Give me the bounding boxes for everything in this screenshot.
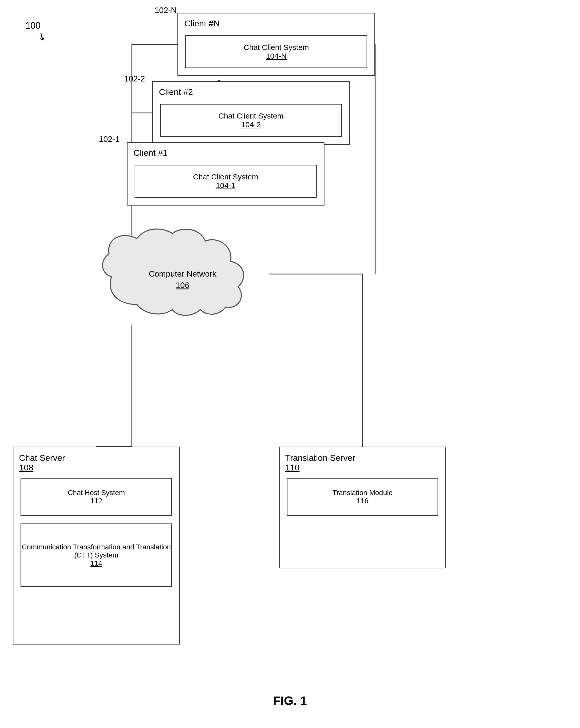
- chat-server-title: Chat Server: [19, 453, 65, 463]
- ref-label-client-1: 102-1: [99, 134, 120, 144]
- ref-label-client-2: 102-2: [124, 74, 145, 83]
- client-n-inner-box: Chat Client System 104-N: [185, 35, 367, 68]
- ctt-system-box: Communication Transformation and Transla…: [21, 523, 172, 587]
- ctt-system-label: Communication Transformation and Transla…: [21, 543, 171, 559]
- client-1-title: Client #1: [134, 148, 168, 158]
- client-2-inner-label: Chat Client System: [219, 112, 284, 120]
- client-1-inner-ref: 104-1: [216, 181, 236, 190]
- client-2-box: Client #2 Chat Client System 104-2: [152, 81, 350, 145]
- ref-100-label: 100: [25, 20, 40, 31]
- client-n-box: Client #N Chat Client System 104-N: [177, 13, 375, 76]
- translation-server-box: Translation Server 110 Translation Modul…: [279, 447, 446, 568]
- client-n-inner-label: Chat Client System: [244, 43, 309, 52]
- translation-server-title: Translation Server: [285, 453, 355, 463]
- client-1-inner-box: Chat Client System 104-1: [135, 165, 316, 198]
- ctt-system-ref: 114: [90, 559, 103, 567]
- diagram-container: 100 ↘ 102-N Client #N Chat Client System…: [0, 0, 580, 728]
- ref-label-client-n: 102-N: [155, 6, 177, 15]
- translation-module-box: Translation Module 116: [287, 478, 438, 516]
- chat-host-system-ref: 112: [90, 497, 103, 505]
- client-1-inner-label: Chat Client System: [193, 173, 258, 181]
- svg-text:106: 106: [176, 281, 189, 290]
- translation-server-ref: 110: [285, 463, 300, 472]
- client-n-inner-ref: 104-N: [266, 52, 287, 60]
- cloud-network-container: Computer Network 106: [96, 223, 269, 325]
- client-1-box: Client #1 Chat Client System 104-1: [127, 142, 325, 206]
- svg-text:Computer Network: Computer Network: [149, 269, 217, 278]
- client-2-inner-box: Chat Client System 104-2: [160, 104, 342, 137]
- client-n-title: Client #N: [184, 19, 220, 28]
- translation-module-ref: 116: [357, 497, 368, 505]
- chat-host-system-box: Chat Host System 112: [21, 478, 172, 516]
- chat-host-system-label: Chat Host System: [68, 489, 125, 497]
- fig-label: FIG. 1: [273, 694, 307, 708]
- chat-server-box: Chat Server 108 Chat Host System 112 Com…: [13, 447, 180, 645]
- cloud-shape: Computer Network 106: [96, 223, 269, 325]
- client-2-inner-ref: 104-2: [241, 120, 261, 129]
- chat-server-ref: 108: [19, 463, 33, 472]
- client-2-title: Client #2: [159, 87, 193, 97]
- translation-module-label: Translation Module: [332, 489, 392, 497]
